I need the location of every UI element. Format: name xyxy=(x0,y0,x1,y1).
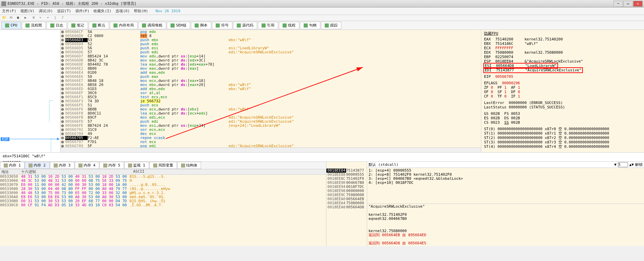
registers-panel[interactable]: 隐藏FPUEAX 75140200 kernel32.75140200EBX 7… xyxy=(481,30,644,152)
minimize-button[interactable]: ─ xyxy=(613,1,623,7)
disasm-row[interactable]: 005666D452push edx xyxy=(60,42,481,46)
title-bar: EQNEDT32.EXE - PID: A58 - 线程: 主线程 2D0 - … xyxy=(0,0,644,7)
status-info: ebx=7514186C "w8\f" 005666D3 xyxy=(0,152,644,162)
tab-跟踪[interactable]: 跟踪 xyxy=(321,22,341,29)
menu-item[interactable]: 调试(D) xyxy=(39,8,53,14)
disasm-row[interactable]: 005666E28B00mov eax,dword ptr ds:[eax] xyxy=(60,67,481,71)
dump-body[interactable]: 0053305048 31 53 00 10 2D 53 00 40 31 53… xyxy=(0,175,326,246)
hide-fpu[interactable]: 隐藏FPU xyxy=(484,31,641,36)
menu-item[interactable]: 收藏夹(I) xyxy=(93,8,111,14)
unlock-button[interactable]: 解锁 xyxy=(635,162,643,167)
step-icon[interactable]: ↷ xyxy=(39,16,44,20)
disasm-row[interactable]: 005666F551push ecx xyxy=(60,103,481,107)
tab-CPU[interactable]: CPU xyxy=(1,22,21,29)
tab-线程[interactable]: 线程 xyxy=(279,22,299,29)
col-ascii: ASCII xyxy=(133,169,144,174)
dump-tab[interactable]: 内存 2 xyxy=(25,162,49,169)
tab-日志[interactable]: 日志 xyxy=(47,22,67,29)
stack-info-panel: 默认 (stdcall) ▼ ▲▼ 解锁 1: [esp+4] 00000555… xyxy=(367,162,644,246)
pause-icon[interactable]: ⏸ xyxy=(32,16,37,20)
dump-area: 内存 1内存 2内存 3内存 4内存 5监视 1局部变量结构体 地址 十六进制 … xyxy=(0,162,326,246)
stack-comment xyxy=(369,225,643,229)
tab-句柄[interactable]: 句柄 xyxy=(300,22,320,29)
callconv-bar: 默认 (stdcall) ▼ ▲▼ 解锁 xyxy=(367,162,644,168)
refresh-icon[interactable]: ⟲ xyxy=(10,16,14,20)
close-button[interactable]: ✕ xyxy=(633,1,643,7)
stack-panel[interactable]: 0018EE84 751438770018EE88 000005550018EE… xyxy=(326,162,367,246)
disasm-row[interactable]: 005666D78B5424 14mov edx,dword ptr ss:[e… xyxy=(60,54,481,58)
stop-icon[interactable]: ■ xyxy=(17,16,22,20)
disasm-row[interactable]: 005666D0C2 0800ret 8 xyxy=(60,34,481,38)
step-out-icon[interactable]: ⤴ xyxy=(62,16,67,20)
disasm-row[interactable]: 0056670449dec ecx xyxy=(60,132,481,136)
stack-comments[interactable]: "AcquireSRWLockExclusive" kernel32.75140… xyxy=(367,204,644,246)
disasm-row[interactable]: 005666ED01D3add ebx,edxebx:"w8\f" xyxy=(60,87,481,91)
window-title: EQNEDT32.EXE - PID: A58 - 线程: 主线程 2D0 - … xyxy=(7,1,613,6)
status-ebx: ebx=7514186C "w8\f" xyxy=(3,154,641,158)
stack-comment xyxy=(369,221,643,225)
disasm-row[interactable]: 005666EF30C0xor al,al xyxy=(60,91,481,95)
menu-bar: 文件(F)视图(V)调试(D)追踪(T)插件(P)收藏夹(I)选项(O)帮助(H… xyxy=(0,7,644,15)
dump-tab[interactable]: 内存 3 xyxy=(50,162,74,169)
disasm-row[interactable]: 005666FE8B7424 24mov esi,dword ptr ss:[e… xyxy=(60,124,481,128)
disasm-row[interactable]: 00566705F2:AErepne scasb xyxy=(60,136,481,140)
stack-comment: 返回到 005664EB 自 895664ED xyxy=(369,233,643,237)
tab-脚本[interactable]: 脚本 xyxy=(191,22,211,29)
maximize-button[interactable]: ▭ xyxy=(623,1,633,7)
tab-符号[interactable]: 符号 xyxy=(212,22,232,29)
stack-comment xyxy=(369,209,643,213)
disasm-row[interactable]: 005666F374 3Dje 566732 xyxy=(60,99,481,103)
tab-笔记[interactable]: 笔记 xyxy=(68,22,88,29)
menu-item[interactable]: 文件(F) xyxy=(2,8,16,14)
bottom-area: 内存 1内存 2内存 3内存 4内存 5监视 1局部变量结构体 地址 十六进制 … xyxy=(0,162,644,246)
argcount-input[interactable] xyxy=(618,162,628,167)
args-list: 1: [esp+4] 000005552: [esp+8] 751402F0 k… xyxy=(367,168,644,204)
tab-流程图[interactable]: 流程图 xyxy=(22,22,46,29)
step-into-icon[interactable]: ⤵ xyxy=(54,16,59,20)
folder-icon[interactable]: 📁 xyxy=(2,16,7,20)
dump-tab[interactable]: 局部变量 xyxy=(149,162,177,169)
dump-tab[interactable]: 结构体 xyxy=(177,162,201,169)
left-gutter: EIP xyxy=(0,30,60,152)
disasm-row[interactable]: 005666D353push ebxebx:"w8\f" xyxy=(60,38,481,42)
disasm-row[interactable]: 005666E401D0add eax,edx xyxy=(60,71,481,75)
dump-tab[interactable]: 监视 1 xyxy=(124,162,149,169)
step-over-icon[interactable]: ↶ xyxy=(47,16,52,20)
play-icon[interactable]: ▶ xyxy=(24,16,29,20)
disassembly-panel[interactable]: 005666CF5Apop edx005666D0C2 0800ret 8005… xyxy=(60,30,481,152)
icon-toolbar: 📁 ⟲ ■ ▶ ⏸ ↷ ↶ ⤵ ⤴ xyxy=(0,15,644,21)
disasm-row[interactable]: 005666EA8B58 20mov ebx,dword ptr ds:[eax… xyxy=(60,83,481,87)
dump-row[interactable]: 005330C000 CF 91 F4 AD D3 05 10 33 4D 03… xyxy=(0,203,326,207)
dump-tab[interactable]: 内存 5 xyxy=(100,162,124,169)
eip-marker: EIP xyxy=(1,137,10,141)
dump-tab[interactable]: 内存 1 xyxy=(0,162,24,169)
disasm-row[interactable]: 005666DE8D4402 78lea eax,dword ptr ds:[e… xyxy=(60,63,481,67)
tab-断点[interactable]: 断点 xyxy=(89,22,109,29)
menu-item[interactable]: 插件(P) xyxy=(75,8,90,14)
stack-row[interactable]: 0018EEA8 005664D8 xyxy=(326,205,367,209)
callconv-label[interactable]: 默认 (stdcall) xyxy=(369,162,398,167)
svg-marker-1 xyxy=(57,138,59,140)
tab-SEH链[interactable]: SEH链 xyxy=(167,22,190,29)
disasm-row[interactable]: 005666CF5Apop edx xyxy=(60,30,481,34)
disasm-row[interactable]: 005666E650push eax xyxy=(60,75,481,79)
tab-引用[interactable]: 引用 xyxy=(258,22,278,29)
app-icon xyxy=(1,1,6,6)
stack-comment: kernel32.751402F0 xyxy=(369,213,643,217)
h-scrollbar[interactable] xyxy=(60,147,481,152)
disasm-row[interactable]: 005666DB8B42 3Cmov eax,dword ptr ds:[edx… xyxy=(60,58,481,63)
arg-line: 4: [esp+10] 0018F7DC xyxy=(369,181,643,185)
tab-内存布局[interactable]: 内存布局 xyxy=(110,22,138,29)
tab-源代码[interactable]: 源代码 xyxy=(233,22,257,29)
tab-调用堆栈[interactable]: 调用堆栈 xyxy=(138,22,166,29)
menu-item[interactable]: 帮助(H) xyxy=(134,8,148,14)
dump-tab[interactable]: 内存 4 xyxy=(75,162,99,169)
menu-item[interactable]: 视图(V) xyxy=(20,8,35,14)
disasm-row[interactable]: 005666D657push ediedi:"AcquireSRWLockExc… xyxy=(60,50,481,54)
menu-item[interactable]: 追踪(T) xyxy=(57,8,71,14)
disasm-row[interactable]: 0056670231C9xor ecx,ecx xyxy=(60,128,481,132)
disasm-row[interactable]: 005666F68B0Bmov ecx,dword ptr ds:[ebx]eb… xyxy=(60,107,481,111)
disasm-row[interactable]: 005666F185C9test ecx,ecx xyxy=(60,95,481,99)
menu-item[interactable]: 选项(O) xyxy=(115,8,130,14)
disasm-row[interactable]: 005666E78B48 18mov ecx,dword ptr ds:[eax… xyxy=(60,79,481,83)
